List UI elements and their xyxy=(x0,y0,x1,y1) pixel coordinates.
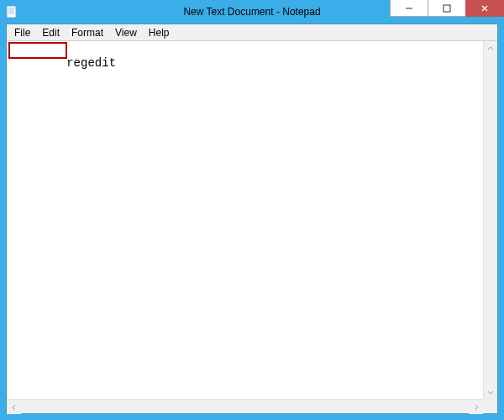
close-button[interactable] xyxy=(465,0,504,17)
client-area: regedit xyxy=(7,41,497,399)
window-title: New Text Document - Notepad xyxy=(183,6,320,18)
menu-view[interactable]: View xyxy=(109,25,143,40)
scroll-down-icon[interactable] xyxy=(484,385,497,399)
content-frame: File Edit Format View Help regedit xyxy=(6,24,498,414)
notepad-app-icon xyxy=(5,5,18,18)
scroll-left-icon[interactable] xyxy=(7,400,21,414)
window-controls xyxy=(391,0,504,17)
horizontal-scroll-track[interactable] xyxy=(21,400,469,413)
maximize-button[interactable] xyxy=(428,0,466,17)
titlebar[interactable]: New Text Document - Notepad xyxy=(0,0,504,24)
editor-content: regedit xyxy=(66,56,116,70)
svg-rect-6 xyxy=(444,5,450,12)
menu-edit[interactable]: Edit xyxy=(36,25,66,40)
menu-format[interactable]: Format xyxy=(66,25,109,40)
menu-help[interactable]: Help xyxy=(143,25,176,40)
scrollbar-corner xyxy=(483,399,497,413)
menu-file[interactable]: File xyxy=(8,25,36,40)
minimize-button[interactable] xyxy=(390,0,428,17)
bottom-scroll-row xyxy=(7,399,497,413)
text-editor[interactable]: regedit xyxy=(7,41,483,399)
vertical-scrollbar[interactable] xyxy=(483,41,497,399)
annotation-highlight xyxy=(8,42,67,59)
horizontal-scrollbar[interactable] xyxy=(7,399,483,413)
notepad-window: New Text Document - Notepad File Edit Fo… xyxy=(0,0,504,420)
menubar: File Edit Format View Help xyxy=(7,24,497,41)
vertical-scroll-track[interactable] xyxy=(484,55,497,385)
scroll-right-icon[interactable] xyxy=(469,400,483,414)
scroll-up-icon[interactable] xyxy=(484,41,497,55)
